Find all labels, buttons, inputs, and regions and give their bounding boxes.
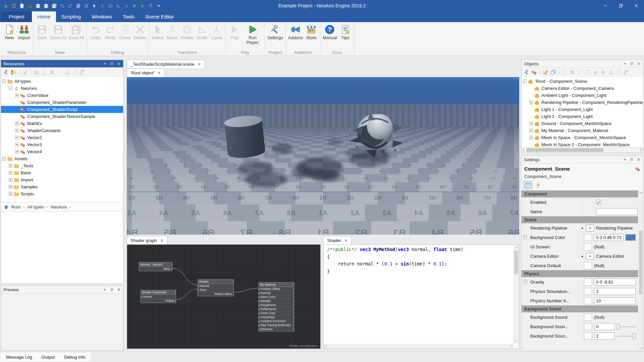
code-text[interactable]: /*!public*/ vec3 MyMethod(vec3 normal, f… [324,245,514,344]
qat-delete-icon[interactable] [84,3,89,8]
qat-refresh-icon[interactable] [11,3,16,8]
resources-tree-item[interactable]: +Scripts [1,190,123,197]
checkbox[interactable] [596,200,601,205]
ribbon-button-run-player[interactable]: Run Player [242,23,263,46]
code-vertical-scrollbar[interactable] [513,245,519,344]
input-port-dot[interactable] [259,301,260,302]
expand-icon[interactable]: + [529,122,533,125]
status-tab-output[interactable]: Output [42,355,55,360]
objects-delete-icon[interactable] [570,69,575,75]
port-dot[interactable] [293,284,294,285]
output-port-dot[interactable] [293,317,294,318]
expand-icon[interactable]: + [15,94,19,97]
objects-paste-icon[interactable] [624,69,629,75]
resources-tree-item[interactable]: +Vector3 [1,141,123,148]
collapse-icon[interactable]: − [2,79,6,83]
text-input[interactable]: 0 0 -9.81 [594,279,636,286]
qat-floppy-icon[interactable] [44,3,49,8]
text-input[interactable]: 10 [594,297,636,304]
qat-run-icon[interactable] [140,3,145,8]
expand-icon[interactable]: + [529,136,533,139]
breadcrumb-item[interactable]: Root [11,204,20,209]
ribbon-button-rotate[interactable]: Rotate [180,23,195,41]
input-port-dot[interactable] [259,329,260,330]
default-value-box[interactable] [584,297,592,304]
default-value-box[interactable] [584,234,592,241]
resources-tree-item[interactable]: −{}NeoAxis [1,85,123,92]
panel-menu-icon[interactable] [103,288,107,292]
objects-pencil-icon[interactable] [543,69,548,75]
output-port-dot[interactable] [175,300,176,302]
resources-delete-icon[interactable] [49,69,55,75]
collapse-icon[interactable]: − [523,79,527,83]
close-icon[interactable] [637,158,641,162]
output-port-dot[interactable] [293,301,294,302]
resources-folder-icon[interactable] [34,69,39,75]
graph-node-normal-vector3[interactable]: Normal : Vector3Value [139,262,172,271]
objects-tree-item[interactable]: +Rendering Pipeline - Component_Renderin… [522,99,643,106]
slider-value-input[interactable]: 1 [594,333,615,340]
expand-icon[interactable]: + [9,178,12,182]
breadcrumb-item[interactable]: All types [28,204,44,209]
default-value-box[interactable] [584,243,592,250]
ribbon-button-manual[interactable]: ?Manual [322,23,338,41]
close-button[interactable] [629,0,644,11]
objects-tree-item[interactable]: +Ground - Component_MeshInSpace [522,120,643,127]
expand-icon[interactable]: + [9,185,12,189]
scroll-up-icon[interactable] [638,191,643,195]
expand-icon[interactable]: + [15,122,19,125]
slider-thumb[interactable] [617,324,620,329]
menu-tab-scene-editor[interactable]: Scene Editor [140,11,179,22]
qat-local-icon[interactable] [124,3,129,8]
resources-rename-icon[interactable] [57,69,62,75]
resources-tree-item[interactable]: Component_ShaderTextureSample [1,113,123,120]
menu-tab-scripting[interactable]: Scripting [56,11,86,22]
resources-tree-item[interactable]: Component_ShaderParameter [1,99,123,106]
expand-icon[interactable]: + [15,143,19,146]
objects-tree-item[interactable]: Ambient Light - Component_Light [522,92,643,99]
panel-menu-icon[interactable] [103,62,107,66]
objects-comp-icon[interactable] [531,69,537,75]
input-port-dot[interactable] [259,305,260,306]
output-port-dot[interactable] [293,329,294,330]
resources-tree-item[interactable]: Component_ShaderScript [1,106,123,113]
text-input[interactable]: 2 [594,288,636,295]
graph-node-shader[interactable]: ShaderNormalTimeReturn Value [198,279,234,296]
input-port-dot[interactable] [259,325,260,326]
port-dot[interactable] [233,281,234,282]
expand-icon[interactable]: + [9,192,12,196]
default-value-box[interactable] [584,288,592,295]
ribbon-button-save-all[interactable]: Save All [67,23,85,41]
input-port-dot[interactable] [141,296,142,298]
pin-icon[interactable] [110,62,114,66]
scroll-right-icon[interactable] [639,148,643,152]
status-tab-message-log[interactable]: Message Log [6,355,32,360]
objects-downarr-icon[interactable] [600,69,606,75]
panel-menu-icon[interactable] [623,158,627,162]
qat-play-icon[interactable] [132,3,137,8]
graph-connection[interactable] [176,289,198,300]
close-icon[interactable] [198,62,201,66]
shader-code-editor[interactable]: /*!public*/ vec3 MyMethod(vec3 normal, f… [323,244,519,349]
scroll-left-icon[interactable] [522,148,526,152]
port-dot[interactable] [172,264,172,265]
objects-tree-item[interactable]: −'Root' - Component_Scene [522,78,643,85]
resources-pencil-icon[interactable] [22,69,28,75]
ribbon-button-tips[interactable]: Tips [338,23,353,41]
default-value-box[interactable] [584,314,592,321]
objects-tree-item[interactable]: +My Material - Component_Material [522,127,643,134]
output-port-dot[interactable] [233,294,234,295]
ribbon-button-store[interactable]: Store [304,23,319,41]
scrollbar-thumb[interactable] [639,231,642,294]
resources-tree-item[interactable]: +ShaderConstants [1,127,123,134]
objects-cut-icon[interactable] [608,69,614,75]
expand-icon[interactable]: + [15,136,19,139]
scrollbar-thumb[interactable] [514,251,518,274]
tab-shader-graph[interactable]: Shader graph [127,236,167,244]
input-port-dot[interactable] [259,297,260,298]
tab-root-object[interactable]: 'Root object' [127,68,165,77]
graph-node-my-material[interactable]: My MaterialPosition OffsetNormalBase Col… [259,282,294,331]
scroll-up-icon[interactable] [514,246,519,249]
ribbon-button-save-as[interactable]: Save As [49,23,67,41]
output-port-dot[interactable] [293,293,294,294]
